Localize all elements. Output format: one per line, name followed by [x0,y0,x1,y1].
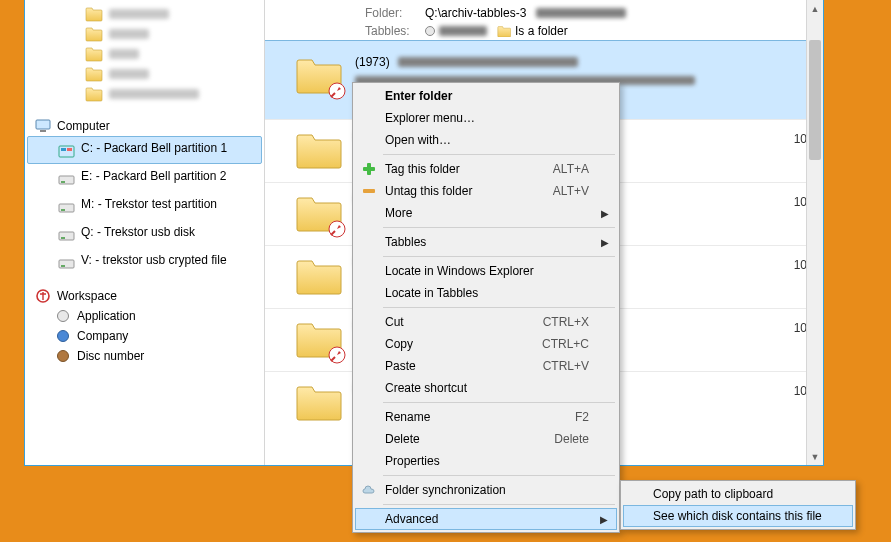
workspace-item-label: Disc number [77,349,144,363]
is-folder-badge: Is a folder [515,24,568,38]
folder-icon [295,130,343,172]
computer-icon [35,118,51,134]
submenu-arrow-icon: ▶ [600,514,608,525]
plus-icon [361,161,377,177]
drive-m[interactable]: M: - Trekstor test partition [27,192,262,220]
tabbles-field-label: Tabbles: [365,24,415,38]
menu-tag-folder[interactable]: Tag this folderALT+A [355,158,617,180]
menu-cut[interactable]: CutCTRL+X [355,311,617,333]
folder-path: Q:\archiv-tabbles-3 [425,6,526,20]
drive-list: C: - Packard Bell partition 1 E: - Packa… [25,136,264,282]
drive-label: V: - trekstor usb crypted file [81,253,227,268]
scroll-thumb[interactable] [809,40,821,160]
tree-folder-item[interactable] [45,44,264,64]
scroll-up-button[interactable]: ▲ [807,0,823,17]
menu-open-with[interactable]: Open with… [355,129,617,151]
menu-advanced[interactable]: Advanced▶ [355,508,617,530]
drive-icon [58,199,75,215]
menu-rename[interactable]: RenameF2 [355,406,617,428]
drive-label: Q: - Trekstor usb disk [81,225,195,240]
blurred-label [109,29,149,39]
workspace-item-label: Company [77,329,128,343]
workspace-item-discnumber[interactable]: Disc number [27,346,262,366]
computer-label: Computer [57,119,110,133]
folder-icon [295,256,343,298]
drive-icon [58,227,75,243]
workspace-icon [35,288,51,304]
shortcut-label: CTRL+X [543,315,589,329]
workspace-section-header[interactable]: Workspace [25,282,264,306]
drive-e[interactable]: E: - Packard Bell partition 2 [27,164,262,192]
folder-icon [497,25,511,37]
blurred-title [398,57,578,67]
folder-icon [85,46,103,62]
menu-properties[interactable]: Properties [355,450,617,472]
pin-badge-icon [327,219,347,239]
shortcut-label: Delete [554,432,589,446]
menu-locate-tabbles[interactable]: Locate in Tabbles [355,282,617,304]
drive-icon [58,143,75,159]
menu-separator [383,227,615,228]
tree-folder-item[interactable] [45,64,264,84]
tag-circle-icon [425,26,435,36]
menu-delete[interactable]: DeleteDelete [355,428,617,450]
drive-c[interactable]: C: - Packard Bell partition 1 [27,136,262,164]
submenu-copy-path[interactable]: Copy path to clipboard [623,483,853,505]
drive-label: M: - Trekstor test partition [81,197,217,212]
menu-separator [383,307,615,308]
menu-separator [383,475,615,476]
blurred-text [439,26,487,36]
item-year: (1973) [355,55,390,69]
tree-folder-item[interactable] [45,84,264,104]
workspace-list: Application Company Disc number [25,306,264,372]
drive-label: E: - Packard Bell partition 2 [81,169,226,184]
drive-label: C: - Packard Bell partition 1 [81,141,227,156]
folder-icon [295,319,343,361]
menu-separator [383,256,615,257]
shortcut-label: CTRL+C [542,337,589,351]
menu-untag-folder[interactable]: Untag this folderALT+V [355,180,617,202]
pin-badge-icon [327,345,347,365]
menu-copy[interactable]: CopyCTRL+C [355,333,617,355]
cloud-icon [361,482,377,498]
favorite-folders [25,0,264,112]
folder-icon [295,193,343,235]
tag-circle-icon [57,310,69,322]
submenu-see-disk[interactable]: See which disk contains this file [623,505,853,527]
tag-circle-icon [57,350,69,362]
pin-badge-icon [327,81,347,101]
shortcut-label: ALT+V [553,184,589,198]
drive-q[interactable]: Q: - Trekstor usb disk [27,220,262,248]
workspace-label: Workspace [57,289,117,303]
workspace-item-application[interactable]: Application [27,306,262,326]
tree-folder-item[interactable] [45,4,264,24]
tree-folder-item[interactable] [45,24,264,44]
menu-separator [383,402,615,403]
workspace-item-company[interactable]: Company [27,326,262,346]
drive-v[interactable]: V: - trekstor usb crypted file [27,248,262,276]
shortcut-label: F2 [575,410,589,424]
menu-locate-explorer[interactable]: Locate in Windows Explorer [355,260,617,282]
drive-icon [58,255,75,271]
shortcut-label: CTRL+V [543,359,589,373]
context-submenu-advanced: Copy path to clipboard See which disk co… [620,480,856,530]
folder-icon [85,86,103,102]
computer-section-header[interactable]: Computer [25,112,264,136]
submenu-arrow-icon: ▶ [601,208,609,219]
menu-create-shortcut[interactable]: Create shortcut [355,377,617,399]
tag-circle-icon [57,330,69,342]
scroll-down-button[interactable]: ▼ [807,448,823,465]
menu-folder-sync[interactable]: Folder synchronization [355,479,617,501]
minus-icon [361,183,377,199]
folder-icon [85,66,103,82]
shortcut-label: ALT+A [553,162,589,176]
menu-paste[interactable]: PasteCTRL+V [355,355,617,377]
menu-explorer-menu[interactable]: Explorer menu… [355,107,617,129]
menu-enter-folder[interactable]: Enter folder [355,85,617,107]
menu-tabbles[interactable]: Tabbles▶ [355,231,617,253]
vertical-scrollbar[interactable]: ▲ ▼ [806,0,823,465]
drive-icon [58,171,75,187]
menu-more[interactable]: More▶ [355,202,617,224]
menu-separator [383,504,615,505]
blurred-text [536,8,626,18]
